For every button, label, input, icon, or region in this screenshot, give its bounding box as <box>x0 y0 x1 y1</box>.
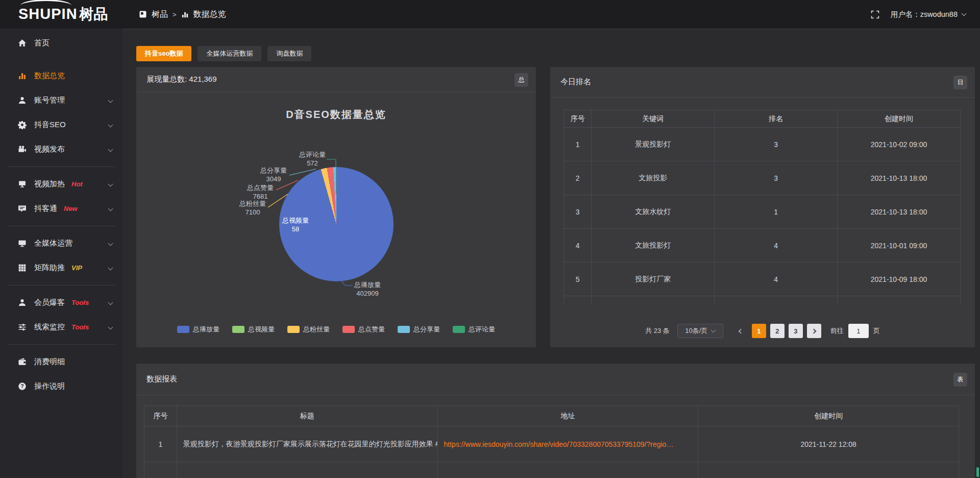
username-label: 用户名：zswodun88 <box>891 10 958 19</box>
vip-badge: VIP <box>71 264 82 272</box>
pie-leader-lines <box>136 67 536 347</box>
user-menu[interactable]: 用户名：zswodun88 <box>891 10 966 19</box>
page-size-select[interactable]: 10条/页 <box>677 324 723 338</box>
sidebar-item-label: 操作说明 <box>34 381 65 391</box>
legend-item[interactable]: 总粉丝量 <box>287 325 330 334</box>
col-url: 地址 <box>437 406 698 426</box>
sidebar-item-data-overview[interactable]: 数据总览 <box>0 63 122 88</box>
goto-page-input[interactable] <box>848 324 869 338</box>
legend-swatch <box>287 326 300 333</box>
screen-icon <box>17 180 27 188</box>
next-page-button[interactable] <box>807 324 821 338</box>
movie-camera-icon <box>17 145 27 154</box>
col-created: 创建时间 <box>698 406 959 426</box>
dashboard-icon <box>139 10 147 18</box>
sidebar-item-home[interactable]: 首页 <box>0 31 122 55</box>
table-row: 4文旅投影灯42021-10-01 09:00 <box>564 229 961 262</box>
chevron-down-icon <box>108 98 113 103</box>
goto-suffix: 页 <box>873 326 880 336</box>
logo-arc <box>20 0 71 12</box>
prev-page-button[interactable] <box>734 324 748 338</box>
sidebar-divider <box>7 226 115 226</box>
sidebar-divider <box>7 285 115 285</box>
pie-label-videos: 总视频量58 <box>282 216 309 233</box>
sidebar-item-media-ops[interactable]: 全媒体运营 <box>0 231 122 255</box>
breadcrumb-current[interactable]: 数据总览 <box>193 9 226 20</box>
sidebar-item-label: 账号管理 <box>34 95 65 105</box>
sliders-icon <box>17 323 27 331</box>
video-title-cell: 景观投影灯，夜游景观投影灯厂家展示展示落花灯在花园里的灯光投影应用效果 # <box>177 426 437 462</box>
sidebar-item-label: 消费明细 <box>34 357 65 367</box>
report-panel-header: 数据报表 表 <box>136 364 975 395</box>
col-index: 序号 <box>564 110 592 128</box>
sidebar-item-video-heat[interactable]: 视频加热 Hot <box>0 172 122 196</box>
hot-badge: Hot <box>71 180 83 188</box>
scrollbar-thumb[interactable] <box>976 467 979 477</box>
col-index: 序号 <box>144 406 177 426</box>
chart-bar-icon <box>181 11 189 18</box>
home-icon <box>17 39 27 47</box>
data-tabs: 抖音seo数据 全媒体运营数据 询盘数据 <box>136 46 311 61</box>
tab-media-ops[interactable]: 全媒体运营数据 <box>198 46 261 61</box>
sidebar-item-label: 视频发布 <box>34 145 65 154</box>
sidebar-item-douyin-seo[interactable]: 抖音SEO <box>0 112 122 137</box>
ranking-table: 序号 关键词 排名 创建时间 1景观投影灯32021-10-02 09:00 2… <box>564 110 961 304</box>
top-header: SHUPIN 树品 树品 > 数据总览 用户名：zswodun88 <box>0 0 980 29</box>
legend-item[interactable]: 总评论量 <box>453 325 495 334</box>
chevron-down-icon <box>711 328 716 333</box>
question-icon: ? <box>17 382 27 391</box>
table-header-row: 序号 关键词 排名 创建时间 <box>564 110 961 128</box>
col-title: 标题 <box>177 406 437 426</box>
monitor-icon <box>17 239 27 248</box>
video-link[interactable]: https://www.iesdouyin.com/share/video/70… <box>444 440 674 448</box>
chart-legend: 总播放量 总视频量 总粉丝量 总点赞量 总分享量 总评论量 <box>136 325 536 334</box>
tools-badge: Tools <box>71 299 89 306</box>
pie-label-plays: 总播放量402909 <box>354 280 381 298</box>
overview-panel: 展现量总数: 421,369 总 D音SEO数据量总览 总评论量572 总分享量… <box>136 67 536 347</box>
gear-icon <box>17 121 27 129</box>
tab-inquiry[interactable]: 询盘数据 <box>267 46 311 61</box>
sidebar-item-label: 首页 <box>34 38 50 48</box>
report-panel: 数据报表 表 序号 标题 地址 创建时间 1 景观投影灯，夜游景观投影灯厂家展示… <box>136 364 975 478</box>
svg-text:?: ? <box>20 384 23 389</box>
chevron-down-icon <box>108 324 113 329</box>
sidebar-item-label: 抖客通 <box>34 204 57 213</box>
sidebar-item-matrix-boost[interactable]: 矩阵助推 VIP <box>0 255 122 280</box>
col-rank: 排名 <box>715 110 838 128</box>
pie-label-likes: 总点赞量7681 <box>247 183 274 201</box>
ranking-panel: 今日排名 日 序号 关键词 排名 创建时间 1景观投影灯32021-10-02 … <box>550 67 975 347</box>
chevron-down-icon <box>108 241 113 246</box>
sidebar-divider <box>7 166 115 167</box>
sidebar-item-douketong[interactable]: 抖客通 New <box>0 196 122 221</box>
legend-item[interactable]: 总点赞量 <box>342 325 385 334</box>
sidebar-item-video-publish[interactable]: 视频发布 <box>0 137 122 161</box>
sidebar-item-instructions[interactable]: ? 操作说明 <box>0 374 122 398</box>
page-button-1[interactable]: 1 <box>752 324 766 338</box>
table-row: 1 景观投影灯，夜游景观投影灯厂家展示展示落花灯在花园里的灯光投影应用效果 # … <box>144 426 959 462</box>
legend-item[interactable]: 总分享量 <box>398 325 440 334</box>
tab-douyin-seo[interactable]: 抖音seo数据 <box>136 46 191 61</box>
legend-item[interactable]: 总播放量 <box>177 325 219 334</box>
col-created: 创建时间 <box>838 110 961 128</box>
breadcrumb-root[interactable]: 树品 <box>152 9 168 20</box>
fullscreen-icon[interactable] <box>871 10 879 19</box>
table-badge-button[interactable]: 表 <box>953 373 967 387</box>
new-badge: New <box>64 205 78 212</box>
legend-swatch <box>398 326 410 333</box>
sidebar-item-label: 矩阵助推 <box>34 263 65 273</box>
sidebar-item-account[interactable]: 账号管理 <box>0 88 122 112</box>
sidebar-item-label: 线索监控 <box>34 322 65 332</box>
sidebar-item-member[interactable]: 会员爆客 Tools <box>0 290 122 315</box>
legend-swatch <box>232 326 244 333</box>
app-logo: SHUPIN 树品 <box>0 5 122 24</box>
sidebar: 首页 数据总览 账号管理 抖音SEO 视频发布 视频加热 Hot 抖客通 New… <box>0 29 122 478</box>
page-button-2[interactable]: 2 <box>770 324 785 338</box>
chevron-down-icon <box>108 265 113 270</box>
sidebar-item-consumption[interactable]: 消费明细 <box>0 349 122 374</box>
day-badge-button[interactable]: 日 <box>953 76 967 89</box>
sidebar-item-lead-monitor[interactable]: 线索监控 Tools <box>0 315 122 339</box>
page-button-3[interactable]: 3 <box>789 324 803 338</box>
legend-item[interactable]: 总视频量 <box>232 325 275 334</box>
chat-icon <box>17 204 27 213</box>
sidebar-item-label: 会员爆客 <box>34 298 65 307</box>
